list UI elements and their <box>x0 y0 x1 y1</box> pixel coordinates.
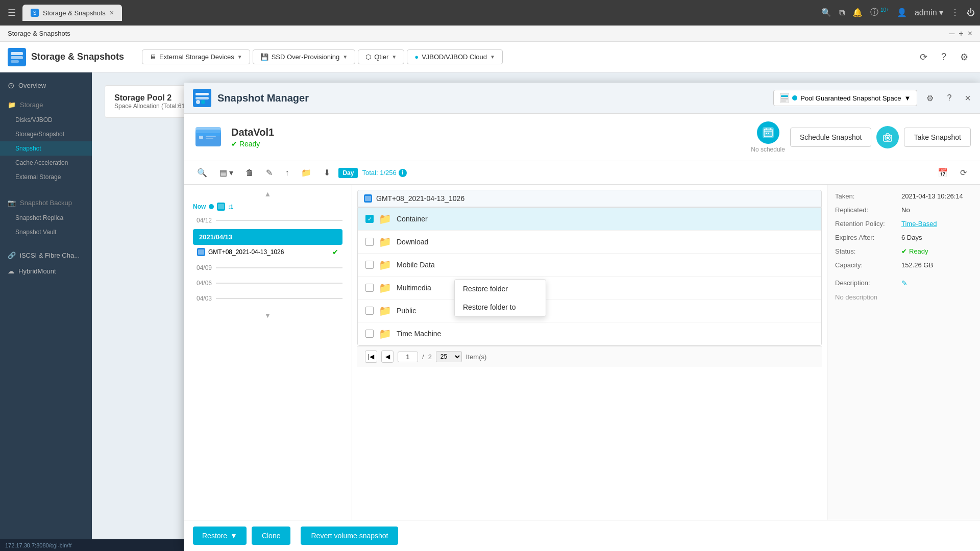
toolbar-delete-button[interactable]: 🗑 <box>241 166 258 180</box>
vjbod-button[interactable]: ● VJBOD/VJBOD Cloud ▼ <box>407 49 503 64</box>
file-header-icon <box>364 194 372 203</box>
header-help-button[interactable]: ? <box>936 49 952 65</box>
qtier-button[interactable]: ⬡ Qtier ▼ <box>358 49 404 64</box>
retention-label: Retention Policy: <box>835 220 896 228</box>
ssd-dropdown-arrow-icon: ▼ <box>342 54 348 60</box>
sidebar-item-snapshot-replica[interactable]: Snapshot Replica <box>0 211 92 225</box>
svg-point-7 <box>196 100 200 104</box>
file-row-download[interactable]: 📁 Download <box>358 231 821 254</box>
svg-rect-12 <box>781 101 786 102</box>
minimize-button[interactable]: ─ <box>949 29 954 38</box>
tab-label: Storage & Snapshots <box>43 9 106 17</box>
external-storage-button[interactable]: 🖥 External Storage Devices ▼ <box>142 49 250 64</box>
sidebar-item-snapshot[interactable]: Snapshot <box>0 141 92 156</box>
toolbar-edit-button[interactable]: ✎ <box>262 165 277 180</box>
folder-icon-download: 📁 <box>379 236 391 248</box>
toolbar-share-button[interactable]: ↑ <box>281 166 293 180</box>
sidebar-item-external-storage[interactable]: External Storage <box>0 170 92 184</box>
date-section-0403: 04/03 <box>189 291 347 306</box>
checkbox-public[interactable] <box>365 307 374 315</box>
first-page-button[interactable]: |◀ <box>365 350 377 363</box>
snapshot-toolbar: 🔍 ▤ ▾ 🗑 ✎ ↑ 📁 ⬇ Day Total: 1/256 i 📅 ⟳ <box>184 161 980 185</box>
timeline-down-arrow[interactable]: ▼ <box>264 311 272 319</box>
sidebar-item-overview[interactable]: ⊙ Overview <box>0 77 92 94</box>
volume-info: DataVol1 ✔ Ready <box>231 127 743 148</box>
sidebar-item-cache[interactable]: Cache Acceleration <box>0 156 92 170</box>
modal-logo-icon <box>193 89 211 107</box>
take-snapshot-button[interactable]: Take Snapshot <box>904 128 971 147</box>
timeline-panel[interactable]: ▲ Now :1 04/12 <box>184 185 352 520</box>
prev-page-button[interactable]: ◀ <box>381 350 394 363</box>
file-row-mobiledata[interactable]: 📁 Mobile Data <box>358 254 821 277</box>
toolbar-filter-button[interactable]: ▤ ▾ <box>215 165 237 180</box>
sidebar-item-storage-snapshots[interactable]: Storage/Snapshot <box>0 127 92 141</box>
tab-close-button[interactable]: × <box>110 9 114 17</box>
header-refresh-button[interactable]: ⟳ <box>915 49 932 65</box>
stack-button[interactable]: ⧉ <box>839 8 845 17</box>
hamburger-button[interactable]: ☰ <box>5 5 18 21</box>
browser-tab[interactable]: S Storage & Snapshots × <box>22 5 122 21</box>
schedule-snapshot-button[interactable]: Schedule Snapshot <box>790 128 871 147</box>
context-menu-restore-folder[interactable]: Restore folder <box>455 280 546 298</box>
modal-settings-button[interactable]: ⚙ <box>922 91 938 106</box>
expires-label: Expires After: <box>835 234 896 241</box>
revert-button[interactable]: Revert volume snapshot <box>301 527 398 545</box>
checkbox-download[interactable] <box>365 238 374 246</box>
context-menu-restore-folder-to[interactable]: Restore folder to <box>455 298 546 316</box>
items-per-page-select[interactable]: 25 50 100 <box>436 351 462 362</box>
sidebar-item-snapshot-vault[interactable]: Snapshot Vault <box>0 225 92 239</box>
file-row-public[interactable]: 📁 Public <box>358 299 821 322</box>
snapshot-entry[interactable]: GMT+08_2021-04-13_1026 ✔ <box>193 245 342 259</box>
page-number-input[interactable] <box>398 352 418 362</box>
toolbar-folder-button[interactable]: 📁 <box>297 165 315 180</box>
sidebar-item-disks[interactable]: Disks/VJBOD <box>0 113 92 127</box>
description-edit-button[interactable]: ✎ <box>901 279 908 287</box>
close-window-button[interactable]: × <box>968 29 972 38</box>
external-storage-icon: 🖥 <box>150 53 156 61</box>
take-snapshot-icon-button[interactable] <box>876 126 899 148</box>
file-row-timemachine[interactable]: 📁 Time Machine <box>358 322 821 345</box>
pool-btn-label: Pool Guaranteed Snapshot Space <box>800 94 901 102</box>
detail-taken: Taken: 2021-04-13 10:26:14 <box>835 192 972 200</box>
info-button[interactable]: ⓘ 10+ <box>870 7 889 18</box>
restore-label: Restore <box>202 532 227 540</box>
checkbox-mobiledata[interactable] <box>365 261 374 269</box>
checkbox-container[interactable]: ✓ <box>365 215 374 223</box>
total-badge: Total: 1/256 i <box>362 169 406 177</box>
checkbox-multimedia[interactable] <box>365 284 374 292</box>
svg-rect-18 <box>206 138 213 139</box>
pool-guaranteed-button[interactable]: Pool Guaranteed Snapshot Space ▼ <box>773 90 917 106</box>
refresh-button[interactable]: ⟳ <box>956 165 971 180</box>
timeline-up-arrow[interactable]: ▲ <box>264 190 272 198</box>
modal-close-button[interactable]: × <box>965 92 971 104</box>
retention-value[interactable]: Time-Based <box>901 220 937 228</box>
admin-label[interactable]: admin ▾ <box>915 8 943 17</box>
selected-snapshot-bar[interactable]: 2021/04/13 <box>193 229 342 245</box>
sidebar-section-main: ⊙ Overview 📁 Storage Disks/VJBOD Storage… <box>0 72 92 188</box>
ssd-provisioning-button[interactable]: 💾 SSD Over-Provisioning ▼ <box>253 49 356 64</box>
sidebar-item-hybridmount[interactable]: ☁ HybridMount <box>0 263 92 279</box>
calendar-view-button[interactable]: 📅 <box>934 165 952 180</box>
header-settings-button[interactable]: ⚙ <box>956 49 972 65</box>
clone-button[interactable]: Clone <box>252 527 291 545</box>
detail-capacity: Capacity: 152.26 GB <box>835 261 972 269</box>
maximize-button[interactable]: + <box>959 29 963 38</box>
checkbox-timemachine[interactable] <box>365 330 374 338</box>
folder-icon-mobiledata: 📁 <box>379 259 391 271</box>
restore-button[interactable]: Restore ▼ <box>193 527 247 545</box>
power-button[interactable]: ⏻ <box>967 8 975 17</box>
notification-bell[interactable]: 🔔 <box>852 8 863 17</box>
search-button[interactable]: 🔍 <box>821 8 831 17</box>
toolbar-search-button[interactable]: 🔍 <box>193 165 211 180</box>
snapshot-modal: Snapshot Manager Pool Guaranteed Snapsho… <box>184 83 980 551</box>
sidebar-item-iscsi[interactable]: 🔗 iSCSI & Fibre Cha... <box>0 247 92 263</box>
modal-help-button[interactable]: ? <box>943 91 955 105</box>
file-row-container[interactable]: ✓ 📁 Container <box>358 208 821 231</box>
toolbar-download-button[interactable]: ⬇ <box>320 165 334 180</box>
user-button[interactable]: 👤 <box>897 8 907 17</box>
schedule-snapshot-icon-button[interactable] <box>757 121 779 144</box>
browser-actions: 🔍 ⧉ 🔔 ⓘ 10+ 👤 admin ▾ ⋮ ⏻ <box>821 7 975 18</box>
file-name-download: Download <box>397 238 428 246</box>
file-row-multimedia[interactable]: 📁 Multimedia <box>358 277 821 299</box>
more-options[interactable]: ⋮ <box>951 8 959 17</box>
